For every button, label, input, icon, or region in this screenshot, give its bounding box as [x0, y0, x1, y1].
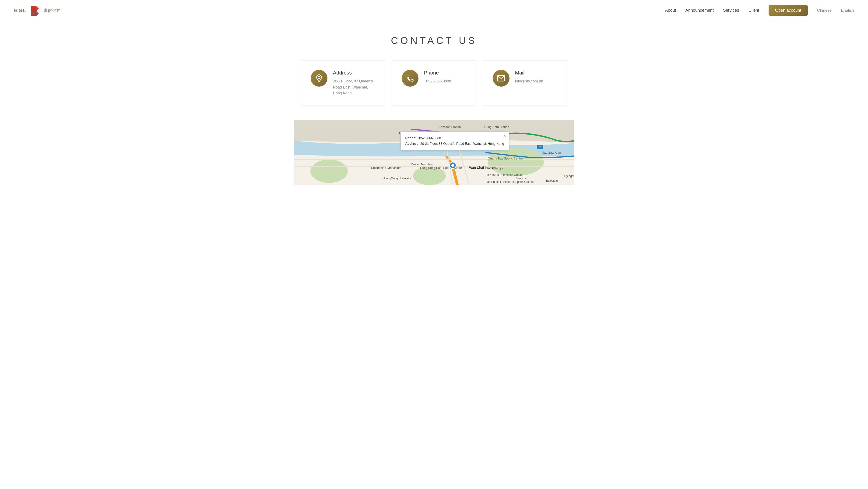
address-icon-circle	[311, 70, 328, 87]
svg-point-7	[310, 160, 348, 183]
svg-text:MoXing Mountain: MoXing Mountain	[411, 163, 432, 166]
nav-announcement[interactable]: Announcement	[685, 8, 714, 13]
address-card: Address 20-21 Floor, 83 Queen's Road Eas…	[301, 60, 385, 106]
mail-title: Mail	[515, 70, 543, 76]
map-section: Kowloon Station Hung Hom Station Harbour…	[294, 120, 574, 185]
address-title: Address	[333, 70, 375, 76]
svg-text:Bineshan: Bineshan	[516, 177, 527, 180]
address-info: Address 20-21 Floor, 83 Queen's Road Eas…	[333, 70, 375, 96]
mail-icon	[497, 74, 505, 82]
map-popup-phone: Phone: +852 2866 8888	[405, 136, 504, 141]
svg-text:2: 2	[539, 145, 541, 149]
logo-chinese-text: 東信證券	[43, 8, 60, 13]
address-value: 20-21 Floor, 83 Queen's Road East, Wanch…	[333, 78, 375, 96]
logo-icon	[29, 5, 41, 16]
lang-english[interactable]: English	[841, 8, 854, 13]
svg-text:Legengpu: Legengpu	[562, 174, 574, 178]
svg-text:So Kon Po Recreation Ground: So Kon Po Recreation Ground	[486, 173, 523, 176]
map-popup-phone-label: Phone:	[405, 136, 416, 140]
map-popup-address-value: 20-21 Floor, 83 Queen's Road East, Wanch…	[420, 142, 504, 145]
map-svg: Kowloon Station Hung Hom Station Harbour…	[294, 120, 574, 185]
mail-card: Mail info@bfs.com.hk	[483, 60, 567, 106]
location-icon	[315, 74, 323, 82]
svg-text:HoengGong University: HoengGong University	[383, 177, 411, 180]
phone-info: Phone +852 2866 8888	[424, 70, 451, 84]
map-popup: × Phone: +852 2866 8888 Address: 20-21 F…	[401, 132, 509, 151]
nav-about[interactable]: About	[665, 8, 676, 13]
page-title: CONTACT US	[9, 35, 859, 46]
map-popup-phone-value: +852 2866 8888	[417, 136, 441, 140]
svg-text:Maa SaanCyun: Maa SaanCyun	[541, 151, 562, 154]
site-header: BSL 東信證券 About Announcement Services Cli…	[0, 0, 868, 21]
svg-point-6	[488, 148, 544, 176]
svg-text:Hung Hom Station: Hung Hom Station	[484, 125, 509, 129]
svg-text:Wan Chai Interchange: Wan Chai Interchange	[469, 166, 503, 170]
svg-text:Kowloon Station: Kowloon Station	[439, 125, 461, 129]
main-content: CONTACT US Address 20-21 Floor, 83 Queen…	[0, 21, 868, 199]
map-popup-address: Address: 20-21 Floor, 83 Queen's Road Ea…	[405, 141, 504, 147]
phone-card: Phone +852 2866 8888	[392, 60, 476, 106]
nav-client[interactable]: Client	[748, 8, 759, 13]
svg-text:Pao Chuch I Hsuch Hoi Sports G: Pao Chuch I Hsuch Hoi Sports Ground	[486, 180, 533, 183]
lang-chinese[interactable]: Chinese	[817, 8, 832, 13]
svg-point-31	[452, 164, 454, 167]
open-account-button[interactable]: Open account	[769, 5, 808, 16]
svg-text:Bajestein: Bajestein	[546, 179, 558, 182]
phone-title: Phone	[424, 70, 451, 76]
svg-text:Smithfield Gymnasium: Smithfield Gymnasium	[371, 166, 401, 170]
svg-point-3	[318, 77, 320, 79]
phone-icon	[406, 74, 414, 82]
main-nav: About Announcement Services Client Open …	[665, 5, 854, 16]
mail-icon-circle	[493, 70, 509, 87]
map-container[interactable]: Kowloon Station Hung Hom Station Harbour…	[294, 120, 574, 185]
logo[interactable]: BSL 東信證券	[14, 5, 60, 16]
logo-bsl-text: BSL	[14, 7, 27, 13]
svg-marker-1	[31, 11, 39, 16]
nav-services[interactable]: Services	[723, 8, 739, 13]
map-popup-address-label: Address:	[405, 142, 420, 145]
mail-info: Mail info@bfs.com.hk	[515, 70, 543, 84]
map-popup-close-button[interactable]: ×	[503, 134, 506, 139]
phone-value: +852 2866 8888	[424, 78, 451, 84]
contact-cards: Address 20-21 Floor, 83 Queen's Road Eas…	[294, 60, 574, 106]
mail-value: info@bfs.com.hk	[515, 78, 543, 84]
svg-text:Quarry Bay Sports Centre: Quarry Bay Sports Centre	[488, 157, 523, 160]
phone-icon-circle	[402, 70, 418, 87]
